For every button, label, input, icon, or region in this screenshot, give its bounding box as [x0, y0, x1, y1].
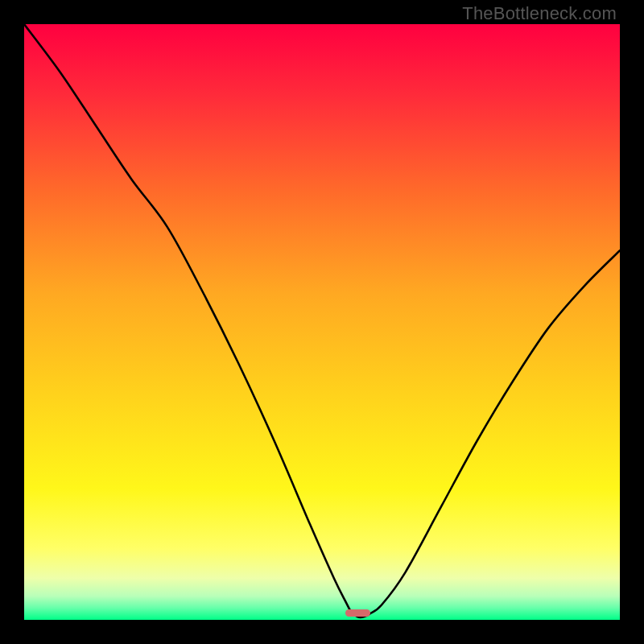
bottleneck-curve [24, 24, 620, 620]
watermark-text: TheBottleneck.com [462, 3, 617, 24]
chart-frame: TheBottleneck.com [0, 0, 644, 644]
plot-area [24, 24, 620, 620]
optimum-marker [345, 609, 370, 617]
